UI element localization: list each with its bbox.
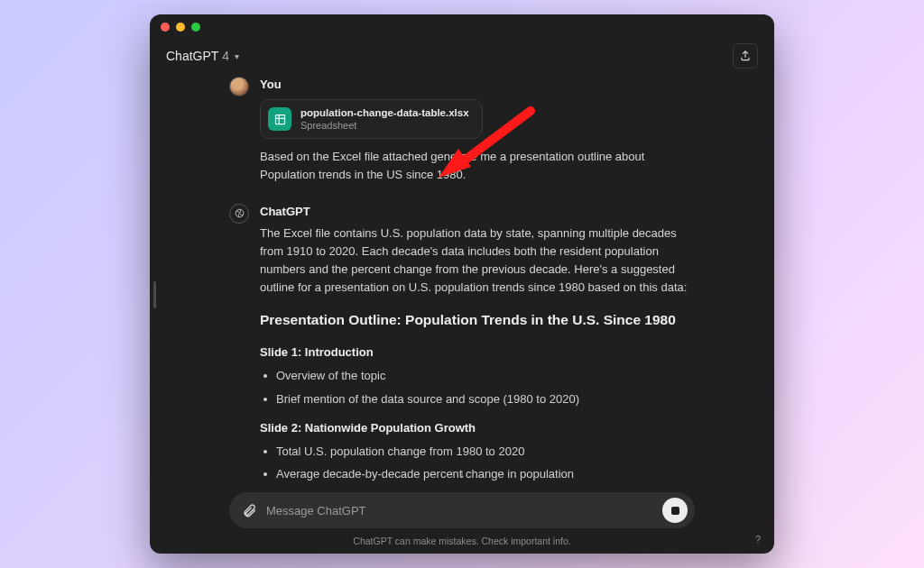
spreadsheet-icon	[268, 107, 291, 131]
file-attachment-chip[interactable]: population-change-data-table.xlsx Spread…	[260, 99, 483, 139]
model-selector[interactable]: ChatGPT 4 ▾	[166, 49, 239, 63]
window-close-traffic-light[interactable]	[161, 23, 170, 32]
stop-icon	[671, 507, 679, 515]
slide-bullet-list: Overview of the topic Brief mention of t…	[260, 367, 695, 408]
conversation-area: You population-change-data-table.xlsx Sp…	[150, 72, 774, 483]
disclaimer-footer: ChatGPT can make mistakes. Check importa…	[150, 532, 774, 554]
upload-icon	[739, 50, 752, 62]
share-button[interactable]	[733, 43, 758, 69]
attachment-filename: population-change-data-table.xlsx	[300, 106, 469, 119]
user-prompt-text: Based on the Excel file attached generat…	[260, 148, 695, 184]
list-item: Overview of the topic	[260, 367, 695, 385]
list-item: Average decade-by-decade percent change …	[260, 465, 695, 483]
list-item: Brief mention of the data source and sco…	[260, 390, 695, 408]
list-item: Total U.S. population change from 1980 t…	[260, 443, 695, 461]
message-input[interactable]	[266, 504, 662, 518]
svg-rect-2	[275, 115, 284, 124]
attachment-kind: Spreadsheet	[300, 120, 469, 133]
assistant-intro-paragraph: The Excel file contains U.S. population …	[260, 224, 695, 298]
app-window: ChatGPT 4 ▾ You	[150, 14, 774, 554]
top-bar: ChatGPT 4 ▾	[150, 40, 774, 72]
assistant-label: ChatGPT	[260, 203, 695, 221]
chevron-down-icon: ▾	[235, 51, 239, 61]
window-minimize-traffic-light[interactable]	[176, 23, 185, 32]
mac-titlebar	[150, 14, 774, 40]
user-message: You population-change-data-table.xlsx Sp…	[229, 76, 695, 185]
paperclip-icon	[242, 503, 257, 518]
user-label: You	[260, 76, 695, 94]
user-avatar	[229, 77, 249, 96]
slide-heading: Slide 2: Nationwide Population Growth	[260, 419, 695, 437]
input-area	[150, 483, 774, 532]
outline-title: Presentation Outline: Population Trends …	[260, 309, 695, 331]
slide-heading: Slide 1: Introduction	[260, 344, 695, 362]
model-version: 4	[222, 49, 229, 63]
message-input-bar[interactable]	[229, 492, 695, 528]
stop-generating-button[interactable]	[662, 498, 688, 523]
assistant-message: ChatGPT The Excel file contains U.S. pop…	[229, 203, 695, 483]
attach-button[interactable]	[242, 503, 257, 518]
window-zoom-traffic-light[interactable]	[191, 23, 200, 32]
help-button[interactable]: ?	[751, 532, 765, 546]
openai-icon	[234, 207, 245, 219]
assistant-avatar	[229, 204, 249, 224]
model-name: ChatGPT	[166, 49, 218, 63]
slide-bullet-list: Total U.S. population change from 1980 t…	[260, 443, 695, 483]
